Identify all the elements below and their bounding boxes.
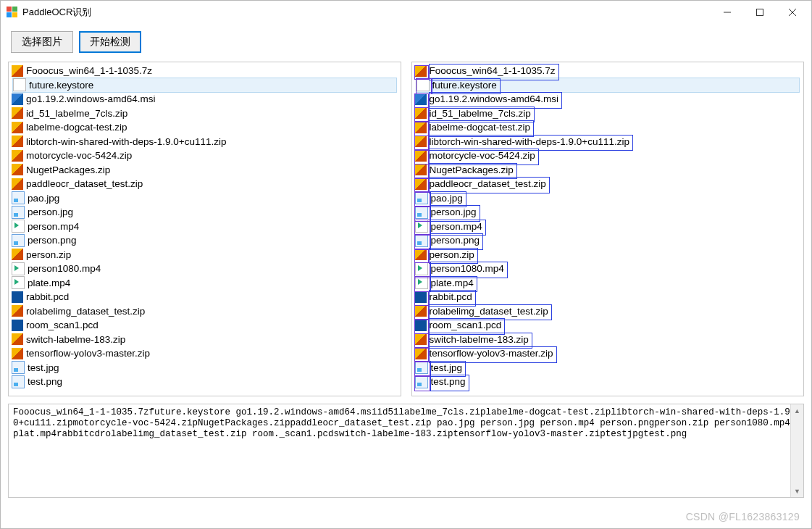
img-file-icon (415, 375, 428, 388)
zip-file-icon (12, 249, 23, 260)
img-file-icon (12, 191, 25, 204)
file-name: labelme-dogcat-test.zip (26, 120, 127, 135)
file-row: person.png (12, 233, 398, 248)
zip-file-icon (415, 164, 427, 175)
source-image-panel: Fooocus_win64_1-1-1035.7zfuture.keystore… (8, 62, 401, 396)
file-name: paddleocr_dataset_test.zip (430, 177, 546, 191)
img-file-icon (12, 206, 25, 219)
file-name: go1.19.2.windows-amd64.msi (430, 92, 559, 107)
file-row: switch-labelme-183.zip (12, 333, 398, 347)
file-list-detected: Fooocus_win64_1-1-1035.7zfuture.keystore… (412, 62, 804, 391)
file-name: person1080.mp4 (28, 262, 101, 276)
vertical-scrollbar[interactable]: ▲ ▼ (790, 404, 803, 497)
zip-file-icon (415, 150, 427, 162)
file-row: test.jpg (12, 361, 398, 375)
ocr-output-textbox[interactable]: Fooocus_win64_1-1-1035.7zfuture.keystore… (8, 404, 804, 498)
file-name: pao.jpg (28, 191, 59, 206)
scroll-up-icon[interactable]: ▲ (791, 404, 803, 417)
file-name: motorcycle-voc-5424.zip (26, 149, 132, 163)
file-name: person1080.mp4 (431, 262, 504, 276)
zip-file-icon (415, 122, 427, 133)
file-row: libtorch-win-shared-with-deps-1.9.0+cu11… (12, 135, 398, 149)
zip-file-icon (415, 136, 427, 147)
zip-file-icon (12, 305, 23, 317)
file-row: motorcycle-voc-5424.zip (415, 149, 801, 163)
file-row: rabbit.pcd (415, 290, 801, 304)
toolbar: 选择图片 开始检测 (1, 24, 811, 62)
file-row: test.png (415, 375, 801, 389)
scroll-down-icon[interactable]: ▼ (791, 485, 803, 497)
file-name: pao.jpg (431, 191, 463, 206)
file-row: switch-labelme-183.zip (415, 333, 801, 347)
file-name: libtorch-win-shared-with-deps-1.9.0+cu11… (26, 135, 227, 149)
file-name: rabbit.pcd (26, 290, 69, 304)
maximize-button[interactable] (743, 1, 776, 23)
file-row: person.jpg (12, 205, 398, 220)
zip-file-icon (415, 348, 427, 359)
file-name: person.mp4 (431, 220, 482, 234)
ocr-output-text: Fooocus_win64_1-1-1035.7zfuture.keystore… (9, 404, 803, 443)
file-name: libtorch-win-shared-with-deps-1.9.0+cu11… (430, 135, 630, 149)
file-name: rabbit.pcd (430, 290, 472, 304)
file-name: test.jpg (28, 361, 59, 375)
file-row: person.zip (12, 248, 398, 262)
file-name: person.jpg (28, 205, 73, 220)
select-image-button[interactable]: 选择图片 (11, 31, 73, 53)
file-row: room_scan1.pcd (12, 318, 398, 333)
mp4-file-icon (12, 276, 25, 289)
file-name: plate.mp4 (431, 276, 474, 291)
file-row: test.jpg (415, 361, 801, 375)
img-file-icon (415, 234, 428, 247)
file-row: id_51_labelme_7cls.zip (12, 107, 398, 121)
file-row: motorcycle-voc-5424.zip (12, 149, 398, 163)
file-name: test.jpg (431, 361, 463, 375)
blank-file-icon (417, 78, 430, 91)
zip-file-icon (12, 150, 23, 162)
file-row: rolabelimg_dataset_test.zip (415, 304, 801, 319)
file-row: future.keystore (12, 78, 397, 93)
file-name: person.png (431, 233, 480, 248)
start-detect-button[interactable]: 开始检测 (79, 31, 141, 53)
file-list: Fooocus_win64_1-1-1035.7zfuture.keystore… (9, 62, 401, 391)
zip-file-icon (12, 348, 23, 359)
file-row: future.keystore (416, 78, 800, 93)
zip-file-icon (415, 249, 427, 260)
watermark-text: CSDN @FL1623863129 (686, 511, 800, 522)
pcd-file-icon (12, 320, 23, 331)
file-row: pao.jpg (415, 191, 801, 206)
minimize-button[interactable] (711, 1, 743, 23)
close-button[interactable] (776, 1, 808, 23)
file-name: switch-labelme-183.zip (26, 333, 125, 347)
zip-file-icon (12, 107, 23, 119)
file-row: id_51_labelme_7cls.zip (415, 107, 801, 121)
file-name: plate.mp4 (28, 276, 70, 291)
7z-file-icon (415, 65, 427, 77)
file-name: rolabelimg_dataset_test.zip (26, 304, 145, 319)
file-name: Fooocus_win64_1-1-1035.7z (430, 64, 556, 78)
file-name: room_scan1.pcd (430, 318, 502, 333)
file-row: rolabelimg_dataset_test.zip (12, 304, 398, 319)
file-row: person.mp4 (415, 220, 801, 234)
file-name: labelme-dogcat-test.zip (430, 120, 531, 135)
result-image: Fooocus_win64_1-1-1035.7zfuture.keystore… (411, 62, 805, 396)
img-file-icon (12, 361, 25, 374)
file-row: labelme-dogcat-test.zip (415, 120, 801, 135)
file-name: NugetPackages.zip (26, 163, 110, 178)
zip-file-icon (12, 333, 23, 345)
file-row: libtorch-win-shared-with-deps-1.9.0+cu11… (415, 135, 801, 149)
file-name: person.zip (430, 248, 474, 262)
blank-file-icon (13, 78, 26, 91)
mp4-file-icon (415, 262, 428, 275)
file-name: person.jpg (431, 205, 477, 220)
file-row: person.zip (415, 248, 801, 262)
image-panels: Fooocus_win64_1-1-1035.7zfuture.keystore… (1, 62, 811, 396)
file-name: id_51_labelme_7cls.zip (430, 107, 531, 121)
img-file-icon (12, 375, 25, 388)
file-row: paddleocr_dataset_test.zip (12, 177, 398, 191)
window-title: PaddleOCR识别 (22, 6, 711, 19)
file-row: NugetPackages.zip (415, 163, 801, 178)
zip-file-icon (415, 107, 427, 119)
img-file-icon (415, 191, 428, 204)
zip-file-icon (415, 333, 427, 345)
mp4-file-icon (415, 220, 428, 233)
